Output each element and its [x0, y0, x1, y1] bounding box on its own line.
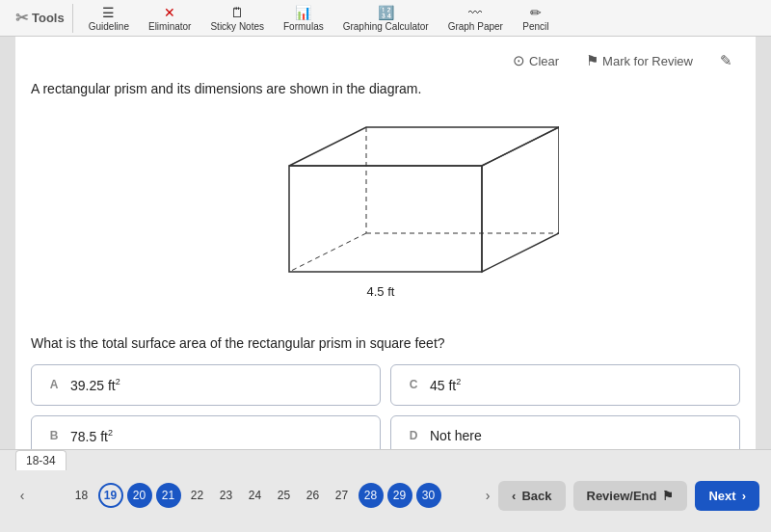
review-label: Review/End — [587, 489, 657, 503]
bottom-navigation: 18-34 ‹ 18 19 20 21 22 23 24 25 26 27 28… — [0, 449, 771, 532]
next-label: Next — [708, 489, 735, 503]
prev-page-button[interactable]: ‹ — [12, 485, 33, 506]
edit-button[interactable]: ✎ — [712, 48, 740, 73]
page-21[interactable]: 21 — [156, 483, 181, 508]
formulas-icon: 📊 — [295, 5, 311, 20]
page-27[interactable]: 27 — [330, 483, 355, 508]
page-22[interactable]: 22 — [185, 483, 210, 508]
graph-paper-tool[interactable]: 〰 Graph Paper — [440, 3, 511, 34]
choice-c[interactable]: C 45 ft2 — [390, 364, 740, 406]
page-29[interactable]: 29 — [387, 483, 412, 508]
review-end-button[interactable]: Review/End ⚑ — [573, 481, 688, 511]
mark-label: Mark for Review — [602, 54, 693, 68]
flag-icon: ⚑ — [586, 52, 598, 69]
choice-a[interactable]: A 39.25 ft2 — [31, 364, 381, 406]
question-text: What is the total surface area of the re… — [31, 335, 740, 351]
svg-text:4.5 ft: 4.5 ft — [367, 284, 395, 299]
guideline-icon: ☰ — [102, 5, 115, 20]
page-24[interactable]: 24 — [243, 483, 268, 508]
eliminator-tool[interactable]: ✕ Eliminator — [141, 3, 199, 34]
tools-icon: ✂ — [15, 9, 28, 27]
clear-button[interactable]: ⊙ Clear — [505, 48, 567, 73]
main-content: ⊙ Clear ⚑ Mark for Review ✎ A rectangula… — [15, 37, 756, 480]
tools-label: Tools — [32, 11, 65, 25]
svg-marker-1 — [289, 127, 559, 166]
page-20[interactable]: 20 — [127, 483, 152, 508]
graphing-calculator-icon: 🔢 — [378, 5, 394, 20]
svg-marker-0 — [289, 166, 482, 272]
back-button[interactable]: ‹ Back — [498, 481, 565, 511]
mark-for-review-button[interactable]: ⚑ Mark for Review — [578, 48, 701, 73]
page-19[interactable]: 19 — [98, 483, 123, 508]
back-label: Back — [521, 489, 551, 503]
svg-marker-2 — [482, 127, 559, 272]
clear-label: Clear — [529, 54, 559, 68]
toolbar: ✂ Tools ☰ Guideline ✕ Eliminator 🗒 Stick… — [0, 0, 771, 37]
question-intro: A rectangular prism and its dimensions a… — [31, 81, 740, 96]
tools-button[interactable]: ✂ Tools — [8, 4, 73, 33]
page-numbers: 18 19 20 21 22 23 24 25 26 27 28 29 30 — [33, 483, 477, 508]
eliminator-label: Eliminator — [148, 21, 191, 32]
svg-line-4 — [289, 233, 366, 272]
flag-review-icon: ⚑ — [662, 489, 674, 503]
pencil-icon: ✏ — [530, 5, 542, 20]
next-page-arrow[interactable]: › — [477, 485, 498, 506]
formulas-label: Formulas — [283, 21, 324, 32]
page-25[interactable]: 25 — [272, 483, 297, 508]
page-26[interactable]: 26 — [301, 483, 326, 508]
graph-paper-label: Graph Paper — [448, 21, 503, 32]
nav-row: ‹ 18 19 20 21 22 23 24 25 26 27 28 29 30… — [0, 470, 771, 520]
diagram: 4.5 ft 2.5 ft 4 ft — [31, 108, 740, 320]
page-23[interactable]: 23 — [214, 483, 239, 508]
prism-diagram: 4.5 ft 2.5 ft 4 ft — [212, 108, 559, 320]
formulas-tool[interactable]: 📊 Formulas — [276, 3, 332, 34]
edit-icon: ✎ — [720, 52, 732, 69]
back-arrow-icon: ‹ — [512, 489, 516, 503]
guideline-tool[interactable]: ☰ Guideline — [81, 3, 137, 34]
clear-icon: ⊙ — [513, 52, 525, 69]
pencil-label: Pencil — [522, 21, 548, 32]
guideline-label: Guideline — [89, 21, 129, 32]
page-30[interactable]: 30 — [416, 483, 441, 508]
sticky-notes-icon: 🗒 — [230, 5, 244, 20]
sticky-notes-tool[interactable]: 🗒 Sticky Notes — [202, 3, 272, 34]
action-bar: ⊙ Clear ⚑ Mark for Review ✎ — [31, 48, 740, 73]
graphing-calculator-label: Graphing Calculator — [343, 21, 429, 32]
page-28[interactable]: 28 — [359, 483, 384, 508]
graphing-calculator-tool[interactable]: 🔢 Graphing Calculator — [335, 3, 437, 34]
choices-grid: A 39.25 ft2 C 45 ft2 B 78.5 ft2 D Not he… — [31, 364, 740, 456]
graph-paper-icon: 〰 — [468, 5, 482, 20]
next-button[interactable]: Next › — [695, 481, 759, 511]
pencil-tool[interactable]: ✏ Pencil — [515, 3, 557, 34]
sticky-notes-label: Sticky Notes — [210, 21, 264, 32]
next-arrow-icon: › — [742, 489, 746, 503]
page-18[interactable]: 18 — [69, 483, 94, 508]
page-tab: 18-34 — [15, 450, 66, 470]
eliminator-icon: ✕ — [164, 5, 175, 20]
nav-actions: ‹ Back Review/End ⚑ Next › — [498, 481, 759, 511]
